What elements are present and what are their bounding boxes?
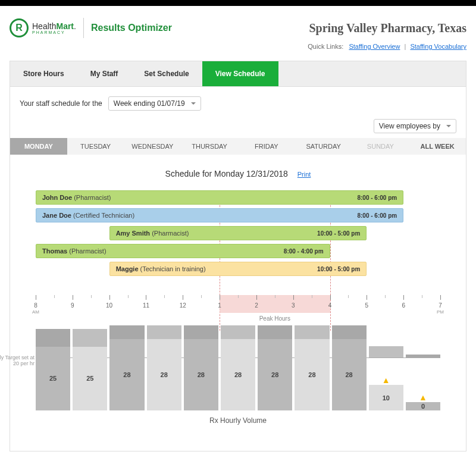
volume-bar: 28 — [258, 339, 292, 410]
volume-title: Rx Hourly Volume — [36, 416, 440, 425]
week-select[interactable]: Week ending 01/07/19 — [108, 96, 201, 111]
schedule-title: Schedule for Monday 12/31/2018 Print — [30, 169, 446, 178]
tick-label: 2 — [255, 302, 258, 309]
tab-my-staff[interactable]: My Staff — [77, 61, 131, 86]
volume-chart: Rx Hourly Target set at 20 per hr 252528… — [36, 339, 440, 439]
main-tabs: Store Hours My Staff Set Schedule View S… — [10, 61, 466, 87]
link-staffing-overview[interactable]: Staffing Overview — [349, 43, 400, 50]
brand: R HealthMart. PHARMACY Results Optimizer — [10, 18, 172, 38]
daytab-friday[interactable]: FRIDAY — [238, 138, 295, 155]
target-label: Rx Hourly Target set at 20 per hr — [0, 355, 35, 366]
rx-icon: R — [10, 18, 29, 37]
logo: R HealthMart. PHARMACY — [10, 18, 76, 37]
schedule-for-label: Your staff schedule for the — [20, 99, 102, 108]
time-axis: 8AM91011121234567PMPeak Hours — [36, 295, 440, 328]
tick-label: 12 — [180, 302, 186, 309]
volume-bar: 28 — [221, 339, 255, 410]
volume-bar: 28 — [109, 339, 144, 410]
daytab-saturday[interactable]: SATURDAY — [295, 138, 352, 155]
day-tabs: MONDAY TUESDAY WEDNESDAY THURSDAY FRIDAY… — [10, 138, 466, 155]
daytab-thursday[interactable]: THURSDAY — [181, 138, 238, 155]
tick-label: 6 — [402, 302, 405, 309]
daytab-monday[interactable]: MONDAY — [10, 138, 67, 155]
tick-label: 10 — [106, 302, 112, 309]
tab-store-hours[interactable]: Store Hours — [10, 61, 77, 86]
employees-select[interactable]: View employees by — [374, 119, 456, 133]
shift-bar[interactable]: Jane Doe (Certified Technician)8:00 - 6:… — [36, 208, 403, 222]
tick-label: 3 — [292, 302, 295, 309]
shift-bar[interactable]: Thomas (Pharmacist)8:00 - 4:00 pm — [36, 244, 330, 258]
daytab-allweek[interactable]: ALL WEEK — [409, 138, 466, 155]
tick-label: 8 — [34, 302, 37, 309]
volume-bar: 28 — [147, 339, 181, 410]
app-title: Results Optimizer — [91, 23, 172, 33]
warning-icon: ▲ — [419, 393, 427, 402]
shift-bar[interactable]: Amy Smith (Pharmacist)10:00 - 5:00 pm — [109, 226, 367, 240]
peak-label: Peak Hours — [259, 315, 290, 322]
shift-bar[interactable]: Maggie (Technician in training)10:00 - 5… — [109, 262, 367, 276]
tick-label: 1 — [218, 302, 221, 309]
tick-label: 4 — [328, 302, 332, 309]
volume-bar: 28 — [332, 339, 367, 410]
volume-bar: 28 — [184, 339, 218, 410]
volume-bar: 25 — [36, 347, 70, 410]
tick-label: 11 — [143, 302, 149, 309]
pharmacy-name: Spring Valley Pharmacy, Texas — [309, 21, 467, 35]
tick-label: 7 — [439, 302, 442, 309]
tick-label: 5 — [365, 302, 369, 309]
volume-bar: 25 — [73, 347, 107, 410]
print-link[interactable]: Print — [298, 171, 311, 178]
volume-bar: 10▲ — [369, 385, 403, 410]
volume-bar: 0▲ — [406, 402, 440, 410]
tab-view-schedule[interactable]: View Schedule — [202, 61, 278, 86]
tab-set-schedule[interactable]: Set Schedule — [131, 61, 202, 86]
daytab-tuesday[interactable]: TUESDAY — [67, 138, 124, 155]
quick-links: Quick Links: Staffing Overview | Staffin… — [0, 43, 476, 61]
link-staffing-vocabulary[interactable]: Staffing Vocabulary — [410, 43, 466, 50]
daytab-sunday: SUNDAY — [352, 138, 409, 155]
warning-icon: ▲ — [382, 375, 390, 385]
daytab-wednesday[interactable]: WEDNESDAY — [124, 138, 181, 155]
timeline: John Doe (Pharmacist)8:00 - 6:00 pmJane … — [36, 190, 440, 291]
tick-label: 9 — [71, 302, 74, 309]
shift-bar[interactable]: John Doe (Pharmacist)8:00 - 6:00 pm — [36, 190, 403, 205]
volume-bar: 28 — [295, 339, 329, 410]
